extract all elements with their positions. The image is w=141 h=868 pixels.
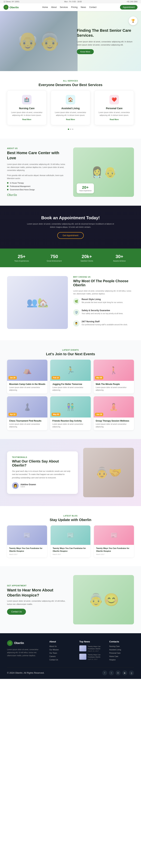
footer-link-3[interactable]: Careers xyxy=(49,655,74,657)
appointment-btn[interactable]: Appointment xyxy=(120,5,138,9)
testimonial-title: What Our Clients Say About Oberlin? xyxy=(12,459,73,467)
logo-text: Oberlin xyxy=(9,6,19,9)
event-title-3: Chess Tournament Find Results xyxy=(9,420,45,422)
footer-service-3[interactable]: Home Care xyxy=(109,655,134,657)
feature-label-1: In House Therapy xyxy=(10,182,24,184)
event-desc-2: Lorem ipsum dolor sit amet consectetur a… xyxy=(96,386,132,392)
event-image-4: 👫 May 05 xyxy=(50,396,91,417)
footer-service-1[interactable]: Assisted Living xyxy=(109,649,134,651)
testimonial-author-role: Client xyxy=(21,486,36,488)
dot-3[interactable] xyxy=(72,129,73,130)
testimonial-author-name: Adeline Graven xyxy=(21,483,36,486)
nursing-care-link[interactable]: Read More xyxy=(22,119,31,121)
nav-about[interactable]: About xyxy=(51,6,57,8)
footer-link-1[interactable]: Our Mission xyxy=(49,649,74,651)
event-title-2: Walk The Minute People xyxy=(96,383,132,385)
why-feature-desc-2: Our professional nursing staff is availa… xyxy=(81,323,128,326)
assisted-living-icon: 🏠 xyxy=(66,95,75,104)
personal-care-title: Personal Care xyxy=(98,107,130,110)
blog-label: Latest Blog xyxy=(7,515,134,517)
bottom-cta-title: Want to Hear More About Oberlin Hospice? xyxy=(7,588,68,598)
testimonial-avatar: 👩 xyxy=(12,482,19,489)
footer-service-4[interactable]: Hospice xyxy=(109,659,134,661)
event-card-0: ⛺ Jan 20 Mountain Camp Cabin in the Wood… xyxy=(7,360,47,394)
stat-num-1: 750 xyxy=(40,254,69,259)
stat-0: 25+ Years Experiences xyxy=(7,254,36,262)
bottom-cta-btn[interactable]: Contact Us xyxy=(7,609,26,615)
footer-service-2[interactable]: Personal Care xyxy=(109,652,134,654)
dot-1[interactable] xyxy=(68,129,69,130)
nav-logo[interactable]: 🌿 Oberlin xyxy=(3,5,19,10)
footer-link-2[interactable]: Our Team xyxy=(49,652,74,654)
cta-desc: Lorem ipsum dolor sit amet, consectetur … xyxy=(27,222,114,228)
footer-link-4[interactable]: Contact Us xyxy=(49,659,74,661)
about-desc1: Lorem ipsum dolor sit amet, consectetur … xyxy=(7,163,68,172)
footer-link-0[interactable]: About Us xyxy=(49,645,74,647)
social-youtube[interactable]: ▶ xyxy=(122,671,127,675)
about-title: Best Home Care Center with Love xyxy=(7,151,68,160)
hero-title: Finding The Best Senior Care Services. xyxy=(77,28,136,38)
footer-news-text-0: Twenty Ways Can Fundraise Oberlin March … xyxy=(88,645,104,652)
footer-top: 🌿 Oberlin Lorem ipsum dolor sit amet, co… xyxy=(7,640,134,662)
social-linkedin[interactable]: in xyxy=(116,671,120,675)
logo-icon: 🌿 xyxy=(3,5,8,10)
event-desc-0: Lorem ipsum dolor sit amet consectetur a… xyxy=(9,386,45,392)
nav-pricing[interactable]: Pricing xyxy=(71,6,77,8)
why-feature-text-2: 24/7 Nursing Staff Our professional nurs… xyxy=(81,320,128,329)
hero-badge: 🏆 xyxy=(129,17,138,25)
assisted-living-link[interactable]: Read More xyxy=(66,119,75,121)
social-twitter[interactable]: t xyxy=(109,671,114,675)
event-desc-4: Lorem ipsum dolor sit amet consectetur a… xyxy=(52,423,89,428)
about-badge-text: Years Experience xyxy=(79,190,92,191)
testimonial-content: Testimonials What Our Clients Say About … xyxy=(7,452,78,494)
footer-col-contacts: Contacts Nursing Care Assisted Living Pe… xyxy=(109,640,134,662)
testimonial-text: Our goal each day is to ensure that our … xyxy=(12,469,73,479)
footer-service-0[interactable]: Nursing Care xyxy=(109,645,134,647)
footer-col-about-links: About About Us Our Mission Our Team Care… xyxy=(49,640,74,662)
testimonial-author-info: Adeline Graven Client xyxy=(21,483,36,488)
event-image-2: 🚶 Mar 08 xyxy=(94,360,134,381)
bottom-cta-desc: Lorem ipsum dolor sit amet, consectetur … xyxy=(7,599,68,606)
why-feature-desc-1: Your safety and security is our top prio… xyxy=(81,312,123,315)
events-section: Latest Events Let's Join to Our Next Eve… xyxy=(0,340,141,439)
stat-num-3: 30+ xyxy=(105,254,134,259)
hero-cta-btn[interactable]: Know More xyxy=(77,49,94,54)
bottom-cta-image: 👵😊 xyxy=(73,575,134,624)
social-facebook[interactable]: f xyxy=(102,671,107,675)
event-title-4: Friends Reunion Day Activity xyxy=(52,420,89,422)
events-label: Latest Events xyxy=(7,349,134,351)
event-date-1: Feb 14 xyxy=(51,376,60,379)
footer-col-about: 🌿 Oberlin Lorem ipsum dolor sit amet, co… xyxy=(7,640,44,662)
nav-contact[interactable]: Contact xyxy=(89,6,96,8)
feature-dot-3 xyxy=(7,189,8,190)
why-feature-icon-0: 🌿 xyxy=(73,298,79,305)
blog-body-1: Twenty Ways You Can Fundraise for Oberli… xyxy=(50,545,91,557)
blog-date-2: March 2017 xyxy=(96,554,132,555)
blog-card-2: 📰 Twenty Ways You Can Fundraise for Ober… xyxy=(94,525,134,557)
about-signature: Oberlin xyxy=(7,193,68,197)
nav-services[interactable]: Services xyxy=(60,6,68,8)
navbar: 🌿 Oberlin Home About Services Pricing Ne… xyxy=(0,3,141,11)
testimonial-section: Testimonials What Our Clients Say About … xyxy=(0,439,141,506)
blog-grid: 📰 Twenty Ways You Can Fundraise for Ober… xyxy=(7,525,134,557)
about-image: 👩‍⚕️👴 20+ Years Experience xyxy=(73,148,134,197)
personal-care-link[interactable]: Read More xyxy=(110,119,118,121)
social-google[interactable]: g xyxy=(129,671,134,675)
nav-news[interactable]: News xyxy=(81,6,86,8)
footer-news-date-0: March 15, 2017 xyxy=(88,650,104,652)
hero-description: Lorem ipsum dolor sit amet, consectetur … xyxy=(77,40,136,46)
blog-card-1: 📰 Twenty Ways You Can Fundraise for Ober… xyxy=(50,525,91,557)
cta-btn[interactable]: Get Appointment xyxy=(57,232,83,239)
dot-2[interactable] xyxy=(70,129,71,130)
services-grid: 🏥 Nursing Care Lorem ipsum dolor sit ame… xyxy=(7,91,134,125)
stats-section: 25+ Years Experiences 750 Great Achievem… xyxy=(0,249,141,267)
event-title-5: Group Therapy Session Wellness xyxy=(96,420,132,422)
nav-home[interactable]: Home xyxy=(42,6,48,8)
event-date-3: Apr 12 xyxy=(8,413,17,416)
hero-section: 👴👵 Finding The Best Senior Care Services… xyxy=(0,11,141,71)
event-title-1: Jogging For Better Tomorrow xyxy=(52,383,89,385)
event-desc-1: Lorem ipsum dolor sit amet consectetur a… xyxy=(52,386,89,392)
testimonial-image: 👵🤝 xyxy=(83,448,134,497)
event-image-0: ⛺ Jan 20 xyxy=(7,360,47,381)
nav-top-bar: 12 Street, NY 10001 Mon - Fri: 9:00 - 18… xyxy=(0,0,141,3)
